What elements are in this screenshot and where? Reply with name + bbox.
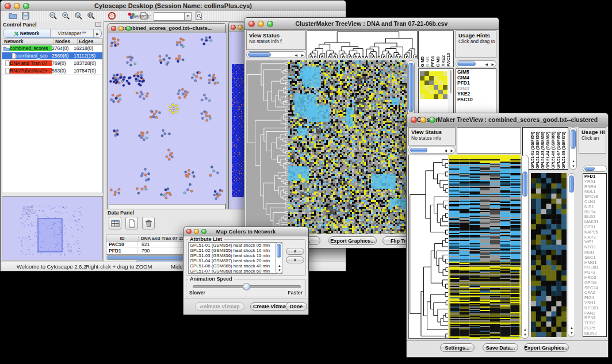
zoom-selected-icon[interactable] — [74, 12, 84, 21]
scroll-thumb[interactable] — [410, 148, 427, 152]
scroll-down-arrow[interactable]: ▼ — [572, 164, 575, 168]
col-edges[interactable]: Edges — [78, 39, 102, 44]
zoom-button[interactable] — [23, 3, 29, 9]
network-window-titlebar[interactable]: combined_scores_good.txt--cluste... — [108, 24, 225, 33]
tv2-labels-vscrollbar[interactable]: ▲ ▼ — [569, 127, 577, 170]
new-page-icon[interactable] — [125, 217, 138, 229]
zoom-in-icon[interactable] — [62, 12, 71, 21]
tv2-gene-hscrollbar[interactable] — [583, 166, 607, 172]
col-nodes[interactable]: Nodes — [54, 39, 78, 44]
scroll-down-arrow[interactable]: ▼ — [278, 269, 281, 272]
scroll-up-arrow[interactable]: ▲ — [570, 326, 573, 329]
network-overview-panel[interactable] — [2, 196, 103, 260]
animation-slider-track[interactable] — [193, 285, 301, 288]
minimize-button[interactable] — [14, 3, 20, 9]
search-dropdown-button[interactable]: ▼ — [184, 12, 192, 21]
search-doc-icon[interactable] — [194, 12, 203, 22]
close-button[interactable] — [411, 117, 417, 123]
table-icon[interactable] — [109, 217, 121, 229]
tv2-zoom-vscrollbar[interactable]: ▲ ▼ — [568, 173, 575, 337]
zoom-button[interactable] — [429, 117, 435, 123]
scroll-thumb[interactable] — [277, 244, 281, 258]
attribute-item[interactable]: GPL51-06 (GSM865) heat shock 40 min — [190, 263, 282, 269]
network-row[interactable]: RNAPuberNov2+563(0)107847(0) — [2, 67, 102, 75]
scroll-down-arrow[interactable]: ▼ — [570, 331, 573, 335]
attribute-item[interactable]: GPL51-03 (GSM856) heat shock 15 min — [190, 253, 282, 258]
export-graphics-button[interactable]: Export Graphics... — [524, 343, 569, 352]
close-button[interactable] — [231, 25, 236, 30]
dialog-titlebar[interactable]: Map Colors to Network — [183, 227, 308, 236]
tv1-cluster-matrix[interactable] — [420, 71, 447, 99]
zoom-button[interactable] — [267, 21, 273, 27]
tv1-row-dendrogram[interactable] — [246, 60, 288, 233]
minimize-button[interactable] — [258, 21, 264, 27]
attribute-list-vscrollbar[interactable]: ▲ ▼ — [276, 242, 282, 274]
save-icon[interactable] — [21, 12, 31, 21]
scroll-up-arrow[interactable]: ▲ — [523, 328, 527, 331]
zoom-out-icon[interactable] — [49, 12, 59, 21]
scroll-right-arrow[interactable]: ▶ — [301, 53, 304, 57]
network-view-canvas[interactable] — [109, 33, 226, 204]
tv2-heatmap-canvas[interactable] — [449, 155, 521, 339]
network-row[interactable]: combined_scores2764(0)16218(0) — [2, 45, 102, 52]
main-titlebar[interactable]: Cytoscape Desktop (Session Name: collins… — [1, 1, 346, 12]
scroll-up-arrow[interactable]: ▲ — [278, 264, 281, 267]
float-panel-icon[interactable] — [95, 22, 101, 27]
scroll-thumb[interactable] — [408, 63, 414, 112]
scroll-right-arrow[interactable]: ▶ — [491, 63, 494, 66]
tv2-zoom-heatmap-canvas[interactable] — [531, 173, 567, 337]
help-ring-icon[interactable] — [108, 12, 117, 21]
scroll-down-arrow[interactable]: ▼ — [523, 333, 527, 336]
zoom-button[interactable] — [201, 229, 206, 234]
attribute-item[interactable]: GPL51-02 (GSM855) heat shock 10 min — [190, 248, 282, 253]
network-overview-canvas[interactable] — [2, 197, 102, 260]
tv1-right-hscrollbar[interactable]: ◀ ▶ — [456, 60, 496, 67]
minimize-button[interactable] — [194, 229, 199, 234]
zoom-fit-icon[interactable] — [87, 12, 97, 21]
attribute-item[interactable]: GPL51-04 (GSM857) heat shock 20 min — [190, 258, 282, 263]
close-button[interactable] — [5, 3, 11, 9]
tv1-column-dendrogram[interactable] — [307, 30, 418, 59]
tv2-vscrollbar[interactable]: ▲ ▼ — [521, 155, 529, 339]
scroll-thumb[interactable] — [584, 167, 595, 171]
tv1-heatmap-canvas[interactable] — [288, 60, 407, 233]
export-graphics-button[interactable]: Export Graphics... — [328, 236, 377, 245]
scroll-left-arrow[interactable]: ◀ — [485, 63, 488, 66]
scroll-thumb[interactable] — [457, 62, 476, 66]
minimize-button[interactable] — [238, 25, 243, 30]
settings-button[interactable]: Settings... — [440, 343, 475, 352]
scroll-thumb[interactable] — [569, 175, 574, 193]
move-down-button[interactable]: ∨ — [286, 256, 304, 263]
scroll-left-arrow[interactable]: ◀ — [444, 149, 447, 152]
zoom-button[interactable] — [126, 26, 131, 31]
scroll-thumb[interactable] — [522, 171, 527, 197]
scroll-right-arrow[interactable]: ▶ — [450, 149, 453, 152]
treeview2-titlebar[interactable]: ClusterMaker TreeView : combined_scores_… — [407, 113, 608, 127]
dp-col-id[interactable]: ID — [106, 236, 139, 241]
scroll-thumb[interactable] — [450, 70, 452, 93]
scroll-up-arrow[interactable]: ▲ — [572, 159, 575, 163]
minimize-button[interactable] — [118, 26, 124, 31]
attribute-item[interactable]: GPL51-01 (GSM854) heat shock 05 min — [190, 243, 282, 248]
move-up-button[interactable]: ∧ — [286, 248, 304, 255]
animation-slider-thumb[interactable] — [243, 283, 250, 290]
minimize-button[interactable] — [420, 117, 426, 123]
attribute-listbox[interactable]: GPL51-01 (GSM854) heat shock 05 minGPL51… — [188, 242, 282, 274]
attribute-item[interactable]: GPL51-07 (GSM868) heat shock 60 min — [190, 269, 282, 274]
scroll-thumb[interactable] — [248, 52, 271, 57]
save-data-button[interactable]: Save Data... — [483, 343, 518, 352]
tab-overflow-arrow[interactable]: ▶ — [94, 29, 101, 37]
tv2-row-dendrogram[interactable] — [408, 155, 449, 339]
tab-vizmapper[interactable]: VizMapper™ — [51, 29, 94, 37]
network-hscrollbar[interactable] — [109, 204, 225, 209]
open-folder-icon[interactable] — [9, 12, 18, 21]
scroll-left-arrow[interactable]: ◀ — [294, 53, 297, 57]
search-input[interactable] — [154, 12, 185, 21]
close-button[interactable] — [248, 21, 255, 27]
treeview1-titlebar[interactable]: ClusterMaker TreeView : DNA and Tran 07-… — [244, 18, 499, 30]
close-button[interactable] — [186, 229, 192, 234]
done-button[interactable]: Done — [285, 302, 307, 311]
gene-label[interactable]: PAC10 — [457, 97, 496, 103]
tv1-left-hscrollbar[interactable]: ◀ ▶ — [246, 51, 306, 58]
network-row[interactable]: combined_sco2569(6)13112(15) — [2, 52, 102, 60]
